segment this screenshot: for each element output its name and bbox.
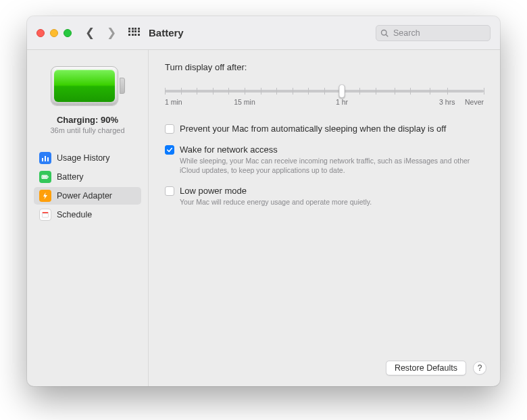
option-prevent-sleep: Prevent your Mac from automatically slee… bbox=[165, 124, 484, 134]
slider-tick-label: Never bbox=[465, 98, 484, 106]
restore-defaults-button[interactable]: Restore Defaults bbox=[386, 361, 466, 375]
sidebar-item-label: Power Adapter bbox=[57, 191, 112, 201]
slider-tick-label: 3 hrs bbox=[439, 98, 455, 106]
forward-button[interactable]: ❯ bbox=[107, 27, 116, 38]
checkbox-prevent-sleep[interactable] bbox=[165, 124, 174, 134]
svg-rect-6 bbox=[43, 176, 47, 178]
zoom-window-button[interactable] bbox=[64, 29, 72, 37]
svg-rect-3 bbox=[45, 156, 46, 161]
sidebar-section-list: Usage History Battery Power Adapter bbox=[27, 149, 148, 225]
option-label: Low power mode bbox=[180, 186, 372, 196]
window-controls bbox=[36, 29, 72, 37]
slider-thumb[interactable] bbox=[338, 84, 345, 98]
svg-rect-2 bbox=[42, 158, 43, 161]
show-all-icon[interactable] bbox=[128, 28, 139, 38]
svg-rect-7 bbox=[48, 176, 49, 178]
option-low-power-mode: Low power mode Your Mac will reduce ener… bbox=[165, 186, 484, 207]
main-content: Turn display off after: bbox=[149, 50, 500, 386]
svg-line-1 bbox=[386, 34, 388, 36]
search-icon bbox=[380, 29, 388, 37]
footer-actions: Restore Defaults ? bbox=[386, 361, 486, 375]
svg-rect-4 bbox=[47, 157, 49, 161]
slider-tick-label: 1 min bbox=[165, 98, 182, 106]
sidebar-item-power-adapter[interactable]: Power Adapter bbox=[34, 187, 141, 205]
sidebar-item-label: Battery bbox=[57, 172, 84, 182]
preferences-window: ❮ ❯ Battery Charging: 90% 36m until full… bbox=[27, 16, 500, 386]
titlebar: ❮ ❯ Battery bbox=[27, 16, 500, 50]
sidebar-item-battery[interactable]: Battery bbox=[34, 168, 141, 186]
slider-tick-label: 1 hr bbox=[336, 98, 348, 106]
option-description: Your Mac will reduce energy usage and op… bbox=[180, 197, 372, 207]
search-input[interactable] bbox=[392, 28, 486, 38]
sidebar: Charging: 90% 36m until fully charged Us… bbox=[27, 50, 149, 386]
sidebar-item-usage-history[interactable]: Usage History bbox=[34, 149, 141, 167]
usage-history-icon bbox=[39, 152, 51, 164]
battery-icon bbox=[39, 171, 51, 183]
navigation-arrows: ❮ ❯ bbox=[85, 27, 116, 38]
charge-status-label: Charging: 90% bbox=[57, 115, 118, 125]
minimize-window-button[interactable] bbox=[50, 29, 58, 37]
search-field[interactable] bbox=[376, 25, 491, 41]
back-button[interactable]: ❮ bbox=[85, 27, 95, 38]
sidebar-item-label: Schedule bbox=[57, 210, 92, 219]
charge-time-label: 36m until fully charged bbox=[50, 126, 124, 134]
svg-point-0 bbox=[382, 30, 387, 35]
battery-illustration bbox=[51, 66, 125, 105]
display-off-slider[interactable]: 1 min 15 min 1 hr 3 hrs Never bbox=[165, 84, 484, 111]
option-label: Prevent your Mac from automatically slee… bbox=[180, 124, 446, 134]
checkmark-icon bbox=[166, 147, 173, 153]
close-window-button[interactable] bbox=[36, 29, 45, 37]
option-description: While sleeping, your Mac can receive inc… bbox=[180, 156, 470, 175]
slider-tick-label: 15 min bbox=[234, 98, 255, 106]
window-title: Battery bbox=[149, 27, 184, 38]
option-label: Wake for network access bbox=[180, 145, 470, 155]
schedule-icon bbox=[39, 209, 51, 221]
sidebar-item-schedule[interactable]: Schedule bbox=[34, 206, 141, 224]
checkbox-low-power-mode[interactable] bbox=[165, 186, 174, 196]
power-adapter-icon bbox=[39, 190, 51, 202]
sidebar-item-label: Usage History bbox=[57, 153, 110, 163]
svg-rect-9 bbox=[43, 213, 49, 217]
display-off-slider-label: Turn display off after: bbox=[165, 62, 484, 72]
option-wake-for-network: Wake for network access While sleeping, … bbox=[165, 145, 484, 175]
help-button[interactable]: ? bbox=[473, 361, 486, 375]
checkbox-wake-for-network[interactable] bbox=[165, 145, 174, 155]
